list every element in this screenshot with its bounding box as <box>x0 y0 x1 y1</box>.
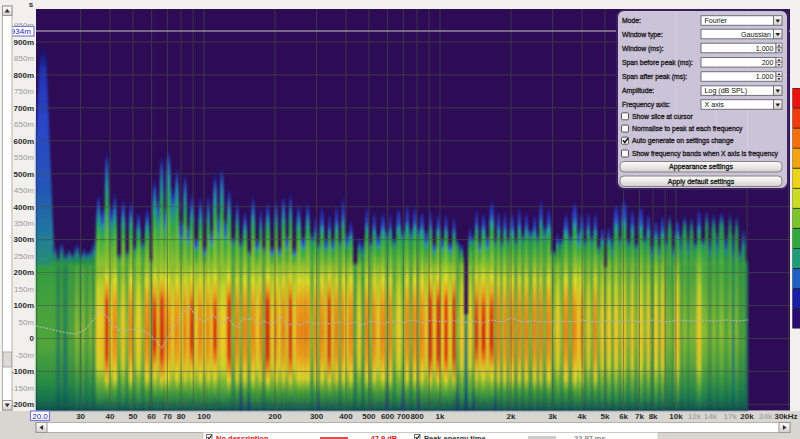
svg-text:-100m: -100m <box>11 367 34 376</box>
svg-text:5k: 5k <box>600 412 609 421</box>
svg-text:Log (dB SPL): Log (dB SPL) <box>705 87 748 95</box>
svg-text:Appearance settings: Appearance settings <box>669 163 733 171</box>
svg-text:30: 30 <box>76 412 85 421</box>
svg-text:70: 70 <box>163 412 172 421</box>
svg-text:0: 0 <box>30 334 35 343</box>
svg-text:50m: 50m <box>18 318 34 327</box>
svg-text:Span before peak (ms):: Span before peak (ms): <box>622 59 693 67</box>
svg-text:3k: 3k <box>548 412 557 421</box>
svg-text:Mode:: Mode: <box>622 17 641 24</box>
svg-text:24k: 24k <box>759 412 773 421</box>
svg-text:Show frequency bands when X ax: Show frequency bands when X axis is freq… <box>632 150 779 158</box>
svg-text:Show slice at cursor: Show slice at cursor <box>632 113 693 120</box>
svg-text:600m: 600m <box>14 137 34 146</box>
svg-text:10k: 10k <box>669 412 683 421</box>
svg-text:Peak energy time: Peak energy time <box>424 434 486 439</box>
svg-text:650m: 650m <box>14 120 34 129</box>
svg-text:100m: 100m <box>14 301 34 310</box>
svg-text:22.97 ms: 22.97 ms <box>574 434 606 439</box>
svg-text:750m: 750m <box>14 87 34 96</box>
svg-text:50: 50 <box>128 412 137 421</box>
svg-text:6k: 6k <box>619 412 628 421</box>
svg-text:400m: 400m <box>14 203 34 212</box>
svg-text:30kHz: 30kHz <box>774 412 797 421</box>
svg-text:400: 400 <box>339 412 353 421</box>
svg-text:-50m: -50m <box>16 351 35 360</box>
svg-text:Window (ms):: Window (ms): <box>622 45 664 53</box>
svg-text:700m: 700m <box>14 104 34 113</box>
svg-text:100: 100 <box>197 412 211 421</box>
svg-text:40: 40 <box>106 412 115 421</box>
svg-text:200: 200 <box>762 59 774 67</box>
svg-text:80: 80 <box>177 412 186 421</box>
svg-text:700: 700 <box>397 412 411 421</box>
svg-text:250m: 250m <box>14 252 34 261</box>
svg-text:Frequency axis:: Frequency axis: <box>622 101 670 109</box>
svg-text:1k: 1k <box>436 412 445 421</box>
svg-text:600: 600 <box>381 412 395 421</box>
svg-text:Span after peak (ms):: Span after peak (ms): <box>622 73 687 81</box>
svg-text:550m: 550m <box>14 153 34 162</box>
svg-text:20.0: 20.0 <box>32 412 48 421</box>
svg-text:150m: 150m <box>14 285 34 294</box>
svg-text:800: 800 <box>410 412 424 421</box>
svg-text:Normalise to peak at each freq: Normalise to peak at each frequency <box>632 125 743 133</box>
svg-text:450m: 450m <box>14 186 34 195</box>
svg-text:-150m: -150m <box>11 384 34 393</box>
svg-text:60: 60 <box>147 412 156 421</box>
svg-text:934m: 934m <box>11 27 31 36</box>
svg-text:X axis: X axis <box>705 101 725 109</box>
svg-text:1.000: 1.000 <box>756 45 774 53</box>
svg-text:500: 500 <box>362 412 376 421</box>
svg-text:Auto generate on settings chan: Auto generate on settings change <box>632 137 734 145</box>
svg-text:900m: 900m <box>14 38 34 47</box>
svg-text:500m: 500m <box>14 170 34 179</box>
svg-text:Apply default settings: Apply default settings <box>668 178 735 186</box>
svg-text:300: 300 <box>310 412 324 421</box>
svg-text:800m: 800m <box>14 71 34 80</box>
svg-text:20k: 20k <box>740 412 754 421</box>
svg-text:14k: 14k <box>704 412 718 421</box>
svg-text:Window type:: Window type: <box>622 31 663 39</box>
svg-text:17k: 17k <box>724 412 738 421</box>
svg-text:Gaussian: Gaussian <box>741 31 771 39</box>
svg-text:7k: 7k <box>635 412 644 421</box>
svg-text:350m: 350m <box>14 219 34 228</box>
svg-text:No description: No description <box>216 434 269 439</box>
svg-text:200: 200 <box>268 412 282 421</box>
svg-text:-200m: -200m <box>11 400 34 409</box>
svg-text:1.000: 1.000 <box>756 73 774 81</box>
svg-text:300m: 300m <box>14 235 34 244</box>
svg-text:4k: 4k <box>578 412 587 421</box>
svg-text:2k: 2k <box>507 412 516 421</box>
svg-text:s: s <box>29 0 34 9</box>
svg-text:-47.9 dB: -47.9 dB <box>368 434 398 439</box>
svg-text:200m: 200m <box>14 268 34 277</box>
svg-text:850m: 850m <box>14 54 34 63</box>
svg-text:8k: 8k <box>649 412 658 421</box>
svg-text:Fourier: Fourier <box>705 17 728 25</box>
svg-text:Amplitude:: Amplitude: <box>622 87 654 95</box>
svg-text:12k: 12k <box>688 412 702 421</box>
